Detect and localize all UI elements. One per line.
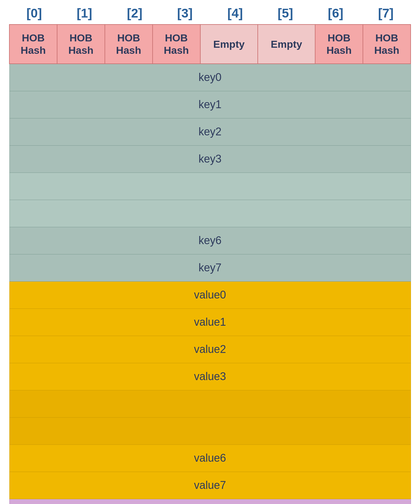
key-5-empty (9, 200, 411, 227)
header-cell-5: Empty (258, 24, 315, 64)
value-row-4 (9, 390, 411, 417)
header-cell-0: HOBHash (9, 24, 57, 64)
key-row-2: key2 (9, 118, 411, 145)
header-cell-1: HOBHash (57, 24, 105, 64)
value-row-3: value3 (9, 363, 411, 390)
index-3: [3] (160, 6, 210, 21)
key-row-3: key3 (9, 145, 411, 173)
key-row-6: key6 (9, 227, 411, 254)
value-3: value3 (9, 363, 411, 390)
header-cell-4: Empty (200, 24, 258, 64)
key-0: key0 (9, 64, 411, 91)
index-1: [1] (59, 6, 109, 21)
header-cell-7: HOBHash (363, 24, 411, 64)
value-4-empty (9, 390, 411, 417)
value-row-1: value1 (9, 309, 411, 336)
overflow-cell: * overflow @稀土掘金技术社区 (9, 499, 411, 504)
value-7: value7 (9, 472, 411, 499)
index-5: [5] (260, 6, 310, 21)
header-cell-3: HOBHash (153, 24, 200, 64)
index-row: [0] [1] [2] [3] [4] [5] [6] [7] (9, 6, 411, 21)
key-1: key1 (9, 91, 411, 118)
value-row-6: value6 (9, 444, 411, 472)
key-2: key2 (9, 118, 411, 145)
value-5-empty (9, 417, 411, 444)
key-row-1: key1 (9, 91, 411, 118)
overflow-row: * overflow @稀土掘金技术社区 (9, 499, 411, 504)
value-0: value0 (9, 281, 411, 309)
header-cell-6: HOBHash (315, 24, 363, 64)
main-table: HOBHash HOBHash HOBHash HOBHash Empty Em… (9, 24, 411, 504)
header-row: HOBHash HOBHash HOBHash HOBHash Empty Em… (9, 24, 411, 64)
header-cell-2: HOBHash (105, 24, 153, 64)
key-7: key7 (9, 254, 411, 281)
index-2: [2] (110, 6, 160, 21)
index-0: [0] (9, 6, 59, 21)
key-6: key6 (9, 227, 411, 254)
key-row-4 (9, 173, 411, 200)
key-4-empty (9, 173, 411, 200)
index-4: [4] (210, 6, 260, 21)
index-7: [7] (361, 6, 411, 21)
value-row-7: value7 (9, 472, 411, 499)
key-row-0: key0 (9, 64, 411, 91)
value-row-0: value0 (9, 281, 411, 309)
key-row-7: key7 (9, 254, 411, 281)
value-6: value6 (9, 444, 411, 472)
value-2: value2 (9, 336, 411, 363)
key-row-5 (9, 200, 411, 227)
value-row-2: value2 (9, 336, 411, 363)
value-row-5 (9, 417, 411, 444)
key-3: key3 (9, 145, 411, 173)
index-6: [6] (311, 6, 361, 21)
value-1: value1 (9, 309, 411, 336)
